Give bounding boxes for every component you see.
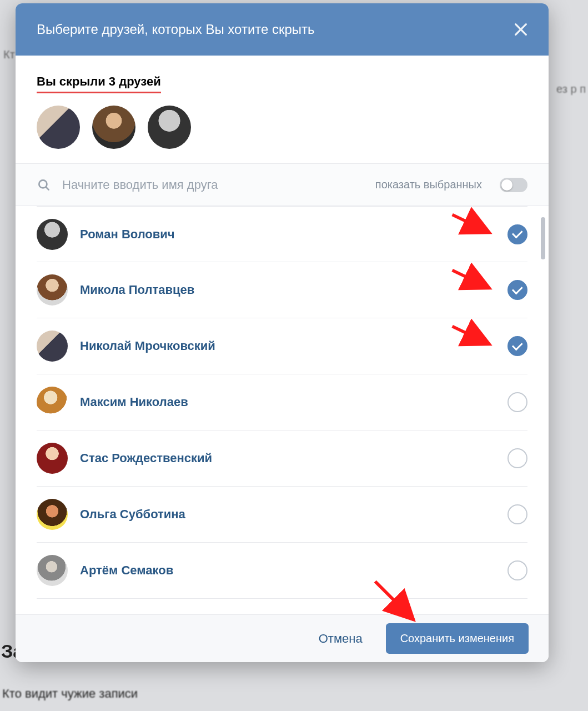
select-friend-checkbox[interactable]: [507, 392, 527, 412]
avatar: [37, 219, 68, 250]
hidden-avatar[interactable]: [148, 106, 191, 149]
avatar: [37, 387, 68, 418]
background-bottom-text: Кто видит чужие записи: [2, 687, 138, 701]
modal-title: Выберите друзей, которых Вы хотите скрыт…: [37, 22, 315, 37]
select-friend-checkbox[interactable]: [507, 280, 527, 300]
cancel-button[interactable]: Отмена: [312, 626, 369, 652]
friend-row[interactable]: Стас Рождественский: [37, 430, 527, 487]
hidden-avatar[interactable]: [37, 106, 80, 149]
hidden-friends-section: Вы скрыли 3 друзей: [16, 56, 549, 164]
search-bar: показать выбранных: [16, 164, 549, 206]
select-friends-modal: Выберите друзей, которых Вы хотите скрыт…: [16, 3, 549, 662]
avatar: [37, 274, 68, 306]
search-icon: [37, 178, 51, 192]
friend-name-label: Роман Волович: [80, 227, 495, 242]
save-button[interactable]: Сохранить изменения: [386, 623, 529, 654]
avatar: [37, 331, 68, 362]
show-selected-toggle[interactable]: [500, 178, 527, 192]
select-friend-checkbox[interactable]: [507, 224, 527, 244]
friend-row[interactable]: Максим Николаев: [37, 374, 527, 430]
friend-row[interactable]: Артём Семаков: [37, 543, 527, 599]
friend-name-label: Артём Семаков: [80, 563, 495, 578]
friend-name-label: Стас Рождественский: [80, 451, 495, 465]
friend-search-input[interactable]: [62, 178, 364, 192]
avatar: [37, 555, 68, 586]
hidden-avatar[interactable]: [92, 106, 135, 149]
hidden-friends-count-label: Вы скрыли 3 друзей: [37, 74, 161, 93]
modal-header: Выберите друзей, которых Вы хотите скрыт…: [16, 3, 549, 56]
select-friend-checkbox[interactable]: [507, 560, 527, 580]
friend-row[interactable]: Ольга Субботина: [37, 487, 527, 543]
avatar: [37, 499, 68, 530]
page-backdrop: Кт ин Кт на Кт со Кт сп Кт сп Кт сп Кт м…: [0, 0, 588, 711]
svg-line-3: [46, 187, 49, 189]
friends-list: Роман ВоловичМикола ПолтавцевНиколай Мро…: [16, 206, 549, 614]
friend-row[interactable]: Микола Полтавцев: [37, 262, 527, 318]
friend-name-label: Максим Николаев: [80, 395, 495, 409]
friend-row[interactable]: Николай Мрочковский: [37, 318, 527, 374]
show-selected-label: показать выбранных: [375, 178, 482, 191]
select-friend-checkbox[interactable]: [507, 504, 527, 524]
modal-footer: Отмена Сохранить изменения: [16, 614, 549, 662]
close-icon[interactable]: [512, 21, 530, 38]
select-friend-checkbox[interactable]: [507, 336, 527, 356]
friend-name-label: Микола Полтавцев: [80, 283, 495, 297]
hidden-avatars-row: [37, 106, 527, 149]
friend-name-label: Николай Мрочковский: [80, 339, 495, 353]
avatar: [37, 443, 68, 474]
hidden-label-underline: [37, 92, 161, 93]
friend-name-label: Ольга Субботина: [80, 507, 495, 522]
select-friend-checkbox[interactable]: [507, 448, 527, 468]
friend-row[interactable]: Роман Волович: [37, 206, 527, 262]
background-text-right: ез р п: [554, 67, 588, 111]
